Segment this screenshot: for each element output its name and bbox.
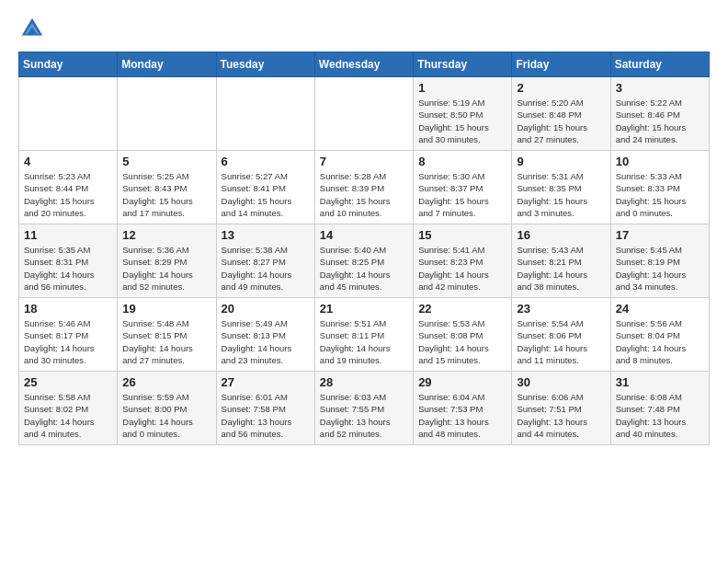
calendar-cell: 5Sunrise: 5:25 AM Sunset: 8:43 PM Daylig… <box>118 151 216 224</box>
day-info: Sunrise: 5:25 AM Sunset: 8:43 PM Dayligh… <box>122 170 210 219</box>
day-info: Sunrise: 6:06 AM Sunset: 7:51 PM Dayligh… <box>517 391 605 440</box>
week-row-3: 18Sunrise: 5:46 AM Sunset: 8:17 PM Dayli… <box>19 298 710 372</box>
day-number: 22 <box>418 302 506 316</box>
calendar-cell <box>118 77 216 151</box>
day-number: 18 <box>24 302 112 316</box>
calendar-cell: 28Sunrise: 6:03 AM Sunset: 7:55 PM Dayli… <box>314 372 413 445</box>
day-number: 7 <box>320 155 408 168</box>
calendar-cell: 11Sunrise: 5:35 AM Sunset: 8:31 PM Dayli… <box>19 224 118 298</box>
calendar-cell: 27Sunrise: 6:01 AM Sunset: 7:58 PM Dayli… <box>216 372 314 445</box>
day-info: Sunrise: 5:31 AM Sunset: 8:35 PM Dayligh… <box>517 170 605 219</box>
day-info: Sunrise: 5:51 AM Sunset: 8:11 PM Dayligh… <box>320 317 408 366</box>
day-info: Sunrise: 5:58 AM Sunset: 8:02 PM Dayligh… <box>24 391 112 440</box>
day-number: 5 <box>122 155 210 168</box>
day-info: Sunrise: 5:48 AM Sunset: 8:15 PM Dayligh… <box>122 317 210 366</box>
calendar-cell: 1Sunrise: 5:19 AM Sunset: 8:50 PM Daylig… <box>414 77 512 151</box>
calendar-cell: 4Sunrise: 5:23 AM Sunset: 8:44 PM Daylig… <box>19 151 118 224</box>
day-number: 8 <box>418 155 506 168</box>
calendar-cell: 6Sunrise: 5:27 AM Sunset: 8:41 PM Daylig… <box>216 151 314 224</box>
weekday-header-saturday: Saturday <box>610 52 709 77</box>
calendar-cell: 8Sunrise: 5:30 AM Sunset: 8:37 PM Daylig… <box>414 151 512 224</box>
day-info: Sunrise: 5:56 AM Sunset: 8:04 PM Dayligh… <box>616 317 704 366</box>
day-number: 14 <box>320 228 408 242</box>
day-number: 3 <box>616 81 704 95</box>
calendar-cell: 30Sunrise: 6:06 AM Sunset: 7:51 PM Dayli… <box>512 372 610 445</box>
calendar-cell: 25Sunrise: 5:58 AM Sunset: 8:02 PM Dayli… <box>19 372 118 445</box>
day-info: Sunrise: 5:49 AM Sunset: 8:13 PM Dayligh… <box>222 317 310 366</box>
day-info: Sunrise: 5:30 AM Sunset: 8:37 PM Dayligh… <box>418 170 506 219</box>
day-info: Sunrise: 5:28 AM Sunset: 8:39 PM Dayligh… <box>320 170 408 219</box>
day-number: 4 <box>24 155 112 168</box>
calendar-cell: 15Sunrise: 5:41 AM Sunset: 8:23 PM Dayli… <box>414 224 512 298</box>
day-number: 19 <box>122 302 210 316</box>
weekday-header-thursday: Thursday <box>414 52 512 77</box>
day-info: Sunrise: 5:22 AM Sunset: 8:46 PM Dayligh… <box>616 97 704 145</box>
weekday-header-tuesday: Tuesday <box>216 52 314 77</box>
calendar-cell: 13Sunrise: 5:38 AM Sunset: 8:27 PM Dayli… <box>216 224 314 298</box>
day-info: Sunrise: 5:20 AM Sunset: 8:48 PM Dayligh… <box>517 97 605 145</box>
calendar-cell: 21Sunrise: 5:51 AM Sunset: 8:11 PM Dayli… <box>314 298 413 372</box>
header <box>18 15 710 42</box>
day-info: Sunrise: 6:04 AM Sunset: 7:53 PM Dayligh… <box>418 391 506 440</box>
day-number: 29 <box>418 375 506 389</box>
day-info: Sunrise: 5:19 AM Sunset: 8:50 PM Dayligh… <box>418 97 506 145</box>
day-number: 10 <box>616 155 704 168</box>
calendar-cell <box>314 77 413 151</box>
calendar-cell: 3Sunrise: 5:22 AM Sunset: 8:46 PM Daylig… <box>610 77 709 151</box>
day-number: 30 <box>517 375 605 389</box>
week-row-4: 25Sunrise: 5:58 AM Sunset: 8:02 PM Dayli… <box>19 372 710 445</box>
day-info: Sunrise: 5:43 AM Sunset: 8:21 PM Dayligh… <box>517 244 605 293</box>
day-number: 21 <box>320 302 408 316</box>
day-number: 25 <box>24 375 112 389</box>
day-number: 17 <box>616 228 704 242</box>
day-number: 9 <box>517 155 605 168</box>
day-number: 24 <box>616 302 704 316</box>
day-info: Sunrise: 6:03 AM Sunset: 7:55 PM Dayligh… <box>320 391 408 440</box>
calendar-cell: 14Sunrise: 5:40 AM Sunset: 8:25 PM Dayli… <box>314 224 413 298</box>
weekday-header-wednesday: Wednesday <box>314 52 413 77</box>
day-info: Sunrise: 5:35 AM Sunset: 8:31 PM Dayligh… <box>24 244 112 293</box>
calendar-cell: 9Sunrise: 5:31 AM Sunset: 8:35 PM Daylig… <box>512 151 610 224</box>
day-info: Sunrise: 5:45 AM Sunset: 8:19 PM Dayligh… <box>616 244 704 293</box>
calendar-cell <box>216 77 314 151</box>
day-info: Sunrise: 5:33 AM Sunset: 8:33 PM Dayligh… <box>616 170 704 219</box>
day-number: 6 <box>222 155 310 168</box>
calendar-cell: 16Sunrise: 5:43 AM Sunset: 8:21 PM Dayli… <box>512 224 610 298</box>
calendar-cell: 26Sunrise: 5:59 AM Sunset: 8:00 PM Dayli… <box>118 372 216 445</box>
day-info: Sunrise: 6:01 AM Sunset: 7:58 PM Dayligh… <box>222 391 310 440</box>
day-info: Sunrise: 5:36 AM Sunset: 8:29 PM Dayligh… <box>122 244 210 293</box>
calendar-body: 1Sunrise: 5:19 AM Sunset: 8:50 PM Daylig… <box>19 77 710 445</box>
day-info: Sunrise: 6:08 AM Sunset: 7:48 PM Dayligh… <box>616 391 704 440</box>
weekday-header-sunday: Sunday <box>19 52 118 77</box>
day-info: Sunrise: 5:59 AM Sunset: 8:00 PM Dayligh… <box>122 391 210 440</box>
day-number: 1 <box>418 81 506 95</box>
calendar-cell: 20Sunrise: 5:49 AM Sunset: 8:13 PM Dayli… <box>216 298 314 372</box>
day-number: 26 <box>122 375 210 389</box>
calendar-cell: 10Sunrise: 5:33 AM Sunset: 8:33 PM Dayli… <box>610 151 709 224</box>
weekday-header-monday: Monday <box>118 52 216 77</box>
day-number: 2 <box>517 81 605 95</box>
calendar-cell: 23Sunrise: 5:54 AM Sunset: 8:06 PM Dayli… <box>512 298 610 372</box>
header-row: SundayMondayTuesdayWednesdayThursdayFrid… <box>19 52 710 77</box>
day-number: 12 <box>122 228 210 242</box>
week-row-2: 11Sunrise: 5:35 AM Sunset: 8:31 PM Dayli… <box>19 224 710 298</box>
calendar-cell: 7Sunrise: 5:28 AM Sunset: 8:39 PM Daylig… <box>314 151 413 224</box>
logo-icon <box>18 15 46 42</box>
calendar-cell: 17Sunrise: 5:45 AM Sunset: 8:19 PM Dayli… <box>610 224 709 298</box>
day-number: 31 <box>616 375 704 389</box>
day-number: 20 <box>222 302 310 316</box>
page: SundayMondayTuesdayWednesdayThursdayFrid… <box>0 0 728 454</box>
calendar-cell <box>19 77 118 151</box>
weekday-header-friday: Friday <box>512 52 610 77</box>
day-info: Sunrise: 5:54 AM Sunset: 8:06 PM Dayligh… <box>517 317 605 366</box>
calendar-cell: 24Sunrise: 5:56 AM Sunset: 8:04 PM Dayli… <box>610 298 709 372</box>
calendar-table: SundayMondayTuesdayWednesdayThursdayFrid… <box>18 52 710 445</box>
day-number: 28 <box>320 375 408 389</box>
day-number: 23 <box>517 302 605 316</box>
day-number: 13 <box>222 228 310 242</box>
logo <box>18 15 51 42</box>
calendar-cell: 19Sunrise: 5:48 AM Sunset: 8:15 PM Dayli… <box>118 298 216 372</box>
day-info: Sunrise: 5:40 AM Sunset: 8:25 PM Dayligh… <box>320 244 408 293</box>
calendar-cell: 18Sunrise: 5:46 AM Sunset: 8:17 PM Dayli… <box>19 298 118 372</box>
day-info: Sunrise: 5:27 AM Sunset: 8:41 PM Dayligh… <box>222 170 310 219</box>
